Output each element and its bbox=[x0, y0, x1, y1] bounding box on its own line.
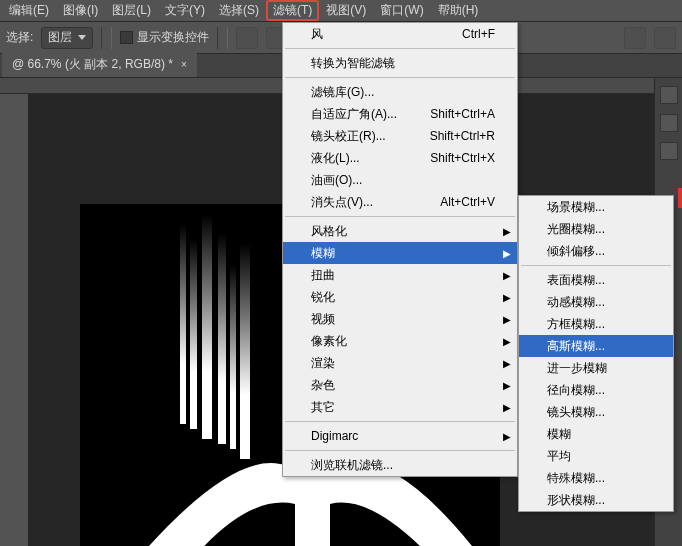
separator bbox=[111, 27, 112, 49]
menu-item[interactable]: 特殊模糊... bbox=[519, 467, 673, 489]
menu-item-label: 自适应广角(A)... bbox=[311, 106, 397, 123]
menu-item[interactable]: 液化(L)...Shift+Ctrl+X bbox=[283, 147, 517, 169]
menu-item-label: 动感模糊... bbox=[547, 294, 605, 311]
menu-item[interactable]: 平均 bbox=[519, 445, 673, 467]
menu-item[interactable]: 消失点(V)...Alt+Ctrl+V bbox=[283, 191, 517, 213]
menu-item-label: 特殊模糊... bbox=[547, 470, 605, 487]
separator bbox=[101, 27, 102, 49]
distribute-icon bbox=[624, 27, 646, 49]
menu-item[interactable]: 杂色▶ bbox=[283, 374, 517, 396]
menu-item[interactable]: 渲染▶ bbox=[283, 352, 517, 374]
menu-item[interactable]: 风Ctrl+F bbox=[283, 23, 517, 45]
menu-item[interactable]: 转换为智能滤镜 bbox=[283, 52, 517, 74]
close-icon[interactable]: × bbox=[181, 59, 187, 70]
panel-icon[interactable] bbox=[660, 86, 678, 104]
menu-item[interactable]: 图层(L) bbox=[105, 0, 158, 21]
menu-item-label: 风格化 bbox=[311, 223, 347, 240]
menu-divider bbox=[285, 77, 515, 78]
menu-item[interactable]: 表面模糊... bbox=[519, 269, 673, 291]
menu-item[interactable]: 模糊 bbox=[519, 423, 673, 445]
menu-item[interactable]: 风格化▶ bbox=[283, 220, 517, 242]
blur-submenu[interactable]: 场景模糊...光圈模糊...倾斜偏移...表面模糊...动感模糊...方框模糊.… bbox=[518, 195, 674, 512]
menu-item[interactable]: 像素化▶ bbox=[283, 330, 517, 352]
menu-item[interactable]: 方框模糊... bbox=[519, 313, 673, 335]
menu-shortcut: Shift+Ctrl+A bbox=[430, 107, 495, 121]
menu-item-label: 渲染 bbox=[311, 355, 335, 372]
menu-item[interactable]: 光圈模糊... bbox=[519, 218, 673, 240]
menu-item[interactable]: 镜头校正(R)...Shift+Ctrl+R bbox=[283, 125, 517, 147]
menu-shortcut: Alt+Ctrl+V bbox=[440, 195, 495, 209]
menu-item-label: 液化(L)... bbox=[311, 150, 360, 167]
submenu-arrow-icon: ▶ bbox=[503, 248, 511, 259]
submenu-arrow-icon: ▶ bbox=[503, 402, 511, 413]
menu-item[interactable]: 其它▶ bbox=[283, 396, 517, 418]
menu-item[interactable]: 扭曲▶ bbox=[283, 264, 517, 286]
menu-divider bbox=[285, 216, 515, 217]
menu-item-label: 场景模糊... bbox=[547, 199, 605, 216]
separator bbox=[217, 27, 218, 49]
target-dropdown[interactable]: 图层 bbox=[41, 27, 93, 49]
svg-rect-2 bbox=[202, 214, 212, 439]
submenu-arrow-icon: ▶ bbox=[503, 226, 511, 237]
menu-item[interactable]: 模糊▶ bbox=[283, 242, 517, 264]
menu-item[interactable]: 文字(Y) bbox=[158, 0, 212, 21]
menu-item-label: 杂色 bbox=[311, 377, 335, 394]
submenu-arrow-icon: ▶ bbox=[503, 292, 511, 303]
menu-item-label: 滤镜库(G)... bbox=[311, 84, 374, 101]
svg-rect-4 bbox=[230, 264, 236, 449]
panel-icon[interactable] bbox=[660, 114, 678, 132]
menu-item[interactable]: 图像(I) bbox=[56, 0, 105, 21]
menu-item[interactable]: 场景模糊... bbox=[519, 196, 673, 218]
menu-item[interactable]: 编辑(E) bbox=[2, 0, 56, 21]
menu-item-label: 视频 bbox=[311, 311, 335, 328]
menu-item[interactable]: 动感模糊... bbox=[519, 291, 673, 313]
menu-item-label: 像素化 bbox=[311, 333, 347, 350]
menu-item[interactable]: 视图(V) bbox=[319, 0, 373, 21]
menu-item-label: 浏览联机滤镜... bbox=[311, 457, 393, 474]
menu-item-label: 平均 bbox=[547, 448, 571, 465]
menu-item-label: 形状模糊... bbox=[547, 492, 605, 509]
menu-item[interactable]: 帮助(H) bbox=[431, 0, 486, 21]
menu-item-label: 光圈模糊... bbox=[547, 221, 605, 238]
menu-item[interactable]: 油画(O)... bbox=[283, 169, 517, 191]
menu-item-label: 进一步模糊 bbox=[547, 360, 607, 377]
menu-item[interactable]: Digimarc▶ bbox=[283, 425, 517, 447]
menu-item[interactable]: 进一步模糊 bbox=[519, 357, 673, 379]
select-label: 选择: bbox=[6, 29, 33, 46]
menu-item-label: 油画(O)... bbox=[311, 172, 362, 189]
menu-item[interactable]: 形状模糊... bbox=[519, 489, 673, 511]
menu-item[interactable]: 径向模糊... bbox=[519, 379, 673, 401]
menu-item[interactable]: 视频▶ bbox=[283, 308, 517, 330]
menu-shortcut: Shift+Ctrl+X bbox=[430, 151, 495, 165]
menu-item[interactable]: 自适应广角(A)...Shift+Ctrl+A bbox=[283, 103, 517, 125]
submenu-arrow-icon: ▶ bbox=[503, 431, 511, 442]
align-icon bbox=[236, 27, 258, 49]
menu-item[interactable]: 倾斜偏移... bbox=[519, 240, 673, 262]
menu-item-label: 消失点(V)... bbox=[311, 194, 373, 211]
panel-accent bbox=[678, 188, 682, 208]
menu-item[interactable]: 高斯模糊... bbox=[519, 335, 673, 357]
menu-divider bbox=[285, 421, 515, 422]
menu-item-label: 方框模糊... bbox=[547, 316, 605, 333]
menu-item[interactable]: 滤镜(T) bbox=[266, 0, 319, 21]
menu-item[interactable]: 选择(S) bbox=[212, 0, 266, 21]
menu-item[interactable]: 滤镜库(G)... bbox=[283, 81, 517, 103]
menu-shortcut: Ctrl+F bbox=[462, 27, 495, 41]
tab-title: @ 66.7% (火 副本 2, RGB/8) * bbox=[12, 56, 173, 73]
document-tab[interactable]: @ 66.7% (火 副本 2, RGB/8) * × bbox=[2, 52, 197, 77]
svg-rect-5 bbox=[240, 244, 250, 459]
menu-item-label: 镜头校正(R)... bbox=[311, 128, 386, 145]
menu-item-label: 锐化 bbox=[311, 289, 335, 306]
menu-item[interactable]: 镜头模糊... bbox=[519, 401, 673, 423]
show-transform-checkbox[interactable]: 显示变换控件 bbox=[120, 29, 209, 46]
svg-rect-3 bbox=[218, 234, 226, 444]
menu-item[interactable]: 窗口(W) bbox=[373, 0, 430, 21]
menu-item[interactable]: 浏览联机滤镜... bbox=[283, 454, 517, 476]
menu-item-label: 风 bbox=[311, 26, 323, 43]
menu-item-label: 镜头模糊... bbox=[547, 404, 605, 421]
menu-item-label: Digimarc bbox=[311, 429, 358, 443]
filter-menu[interactable]: 风Ctrl+F转换为智能滤镜滤镜库(G)...自适应广角(A)...Shift+… bbox=[282, 22, 518, 477]
svg-rect-0 bbox=[180, 224, 186, 424]
panel-icon[interactable] bbox=[660, 142, 678, 160]
menu-item[interactable]: 锐化▶ bbox=[283, 286, 517, 308]
